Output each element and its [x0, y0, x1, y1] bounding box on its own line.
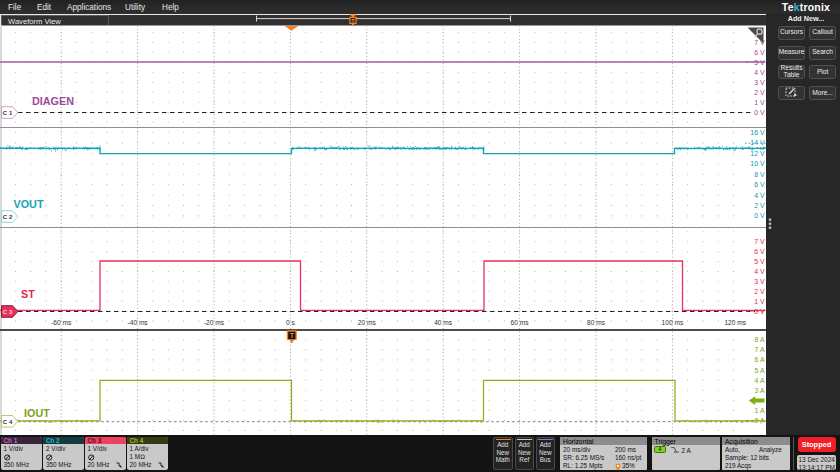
svg-text:-20 ms: -20 ms	[204, 319, 225, 326]
svg-text:4 V: 4 V	[754, 192, 765, 199]
svg-text:1 V: 1 V	[754, 99, 765, 106]
svg-text:C 2: C 2	[3, 214, 13, 220]
svg-text:6 V: 6 V	[754, 248, 765, 255]
svg-text:4 V: 4 V	[754, 69, 765, 76]
svg-text:80 ms: 80 ms	[587, 319, 606, 326]
svg-text:2 V: 2 V	[754, 202, 765, 209]
svg-text:100 ms: 100 ms	[662, 319, 684, 326]
svg-text:-60 ms: -60 ms	[51, 319, 72, 326]
svg-text:0 s: 0 s	[286, 319, 295, 326]
svg-text:6 A: 6 A	[755, 356, 765, 363]
svg-text:7 A: 7 A	[755, 346, 765, 353]
svg-text:4 V: 4 V	[754, 268, 765, 275]
svg-text:10 V: 10 V	[750, 160, 765, 167]
svg-text:7 V: 7 V	[754, 238, 765, 245]
svg-text:40 ms: 40 ms	[434, 319, 453, 326]
svg-text:8 A: 8 A	[755, 336, 765, 343]
svg-text:0 V: 0 V	[754, 212, 765, 219]
svg-text:60 ms: 60 ms	[511, 319, 530, 326]
svg-text:1 V: 1 V	[754, 298, 765, 305]
svg-text:0 V: 0 V	[754, 109, 765, 116]
svg-text:6 V: 6 V	[754, 49, 765, 56]
svg-text:IOUT: IOUT	[24, 407, 50, 419]
svg-text:C 4: C 4	[3, 419, 13, 425]
svg-text:120 ms: 120 ms	[724, 319, 746, 326]
svg-text:ST: ST	[21, 288, 35, 300]
svg-text:5 V: 5 V	[754, 258, 765, 265]
svg-text:C 1: C 1	[3, 110, 13, 116]
svg-text:8 V: 8 V	[754, 171, 765, 178]
svg-text:1 A: 1 A	[755, 407, 765, 414]
svg-text:6 V: 6 V	[754, 181, 765, 188]
svg-text:2 V: 2 V	[754, 89, 765, 96]
svg-text:VOUT: VOUT	[14, 198, 44, 210]
svg-text:DIAGEN: DIAGEN	[32, 95, 74, 107]
svg-text:16 V: 16 V	[750, 129, 765, 136]
svg-text:3 V: 3 V	[754, 79, 765, 86]
svg-text:20 ms: 20 ms	[358, 319, 377, 326]
svg-text:C 3: C 3	[3, 309, 13, 315]
svg-text:12 V: 12 V	[750, 150, 765, 157]
svg-text:5 A: 5 A	[755, 367, 765, 374]
svg-text:2 V: 2 V	[754, 288, 765, 295]
svg-text:3 V: 3 V	[754, 278, 765, 285]
svg-text:-40 ms: -40 ms	[128, 319, 149, 326]
svg-text:3 A: 3 A	[755, 387, 765, 394]
svg-text:4 A: 4 A	[755, 377, 765, 384]
svg-text:T: T	[290, 332, 295, 339]
